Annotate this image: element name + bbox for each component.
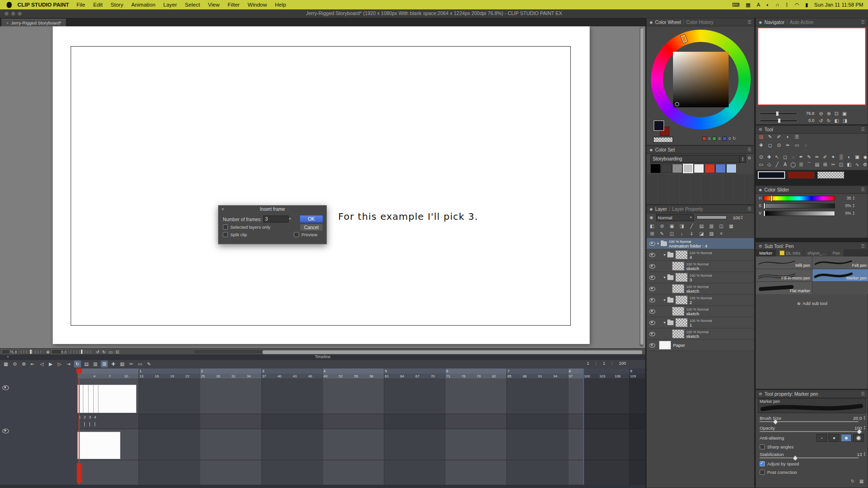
transparent-color-icon[interactable]: ▨	[758, 134, 764, 140]
delete-layer-icon[interactable]: ×	[718, 230, 725, 237]
app-name-menu[interactable]: CLIP STUDIO PAINT	[17, 2, 69, 8]
line-tool-icon[interactable]: ╱	[774, 161, 780, 168]
document-tab[interactable]: × Jerry-Rigged Storyboard*	[1, 19, 66, 26]
menu-edit[interactable]: Edit	[93, 2, 103, 8]
channel-slider-bar[interactable]	[763, 203, 835, 208]
canvas-page[interactable]: For this example I'll pick 3.	[53, 26, 590, 344]
tab-layer-property[interactable]: Layer Property	[672, 207, 703, 212]
color-swatch[interactable]	[726, 164, 737, 173]
lasso-tool-icon[interactable]: ◌	[790, 154, 796, 160]
cancel-button[interactable]: Cancel	[300, 224, 323, 231]
timeline-track-area[interactable]: 1234	[0, 378, 645, 485]
main-color-swatch[interactable]	[654, 121, 664, 130]
zoom-slider[interactable]	[21, 350, 43, 353]
stepper-down-icon[interactable]: ▾	[853, 206, 854, 208]
menu-view[interactable]: View	[208, 2, 220, 8]
brush-slot-icon[interactable]: ◐	[785, 134, 791, 140]
opacity-slider[interactable]	[760, 431, 859, 432]
layer-visibility-eye-icon[interactable]	[649, 264, 656, 269]
subtool-item[interactable]: Felt pen	[812, 256, 868, 269]
sketch-layer-clip[interactable]	[77, 432, 121, 459]
checkbox-box[interactable]	[760, 461, 765, 466]
zoom-tool-icon[interactable]: ⊙	[758, 154, 764, 160]
track-visibility-eye-icon[interactable]	[2, 429, 9, 433]
timeline-seconds-ruler[interactable]: 123456789	[0, 368, 645, 374]
expand-arrow-icon[interactable]: ▾	[657, 241, 659, 246]
menu-select[interactable]: Select	[185, 2, 200, 8]
rotate-left-icon[interactable]: ↺	[819, 118, 823, 123]
menu-window[interactable]: Window	[248, 2, 267, 8]
stabilization-value[interactable]: 13	[857, 452, 862, 457]
fill-tool-icon[interactable]: ▣	[854, 154, 860, 160]
tab-color-slider[interactable]: Color Slider	[764, 187, 789, 192]
zoom-out-icon[interactable]: ⊖	[819, 111, 823, 116]
split-clip-icon[interactable]: ✂	[128, 360, 135, 368]
stepper-down-icon[interactable]: ▾	[853, 213, 854, 216]
display-icon[interactable]: ◐	[766, 2, 770, 8]
menu-animation[interactable]: Animation	[131, 2, 155, 8]
split-clip-checkbox[interactable]: Split clip	[223, 232, 247, 237]
stepper-down-icon[interactable]: ▾	[853, 198, 854, 200]
tab-auto-action[interactable]: Auto Action	[790, 20, 814, 25]
onion-skin-next-icon[interactable]: ▥	[92, 360, 99, 368]
slider-thumb[interactable]	[776, 112, 779, 116]
color-swatch[interactable]	[672, 164, 682, 173]
panel-menu-icon[interactable]: ☰	[861, 392, 865, 396]
zoom-in-icon[interactable]: ⊕	[827, 111, 830, 116]
new-vector-layer-icon[interactable]: ✎	[658, 230, 665, 237]
zoom-in-icon[interactable]: ⊕	[20, 360, 27, 368]
frame-mode-icon[interactable]: ▭	[137, 360, 144, 368]
anti-aliasing-middle-button[interactable]	[841, 434, 852, 442]
checkbox-box[interactable]	[760, 444, 765, 449]
canvas-horizontal-scrollbar[interactable]	[194, 350, 642, 353]
slider-marker[interactable]	[764, 211, 765, 216]
animation-folder-clip[interactable]	[77, 384, 137, 413]
checkbox-box[interactable]	[223, 232, 228, 237]
tab-color-history[interactable]: Color History	[686, 20, 714, 25]
layer-visibility-eye-icon[interactable]	[649, 287, 656, 291]
edit-color-set-icon[interactable]: ⚙	[747, 156, 751, 160]
playback-end-value[interactable]: 100	[612, 361, 633, 366]
brush-stroke-preview[interactable]: Marker pen	[758, 398, 866, 413]
zoom-in-icon[interactable]: ⊕	[46, 350, 50, 354]
saturation-value-cursor[interactable]	[675, 102, 679, 106]
main-color-chip[interactable]	[758, 171, 785, 179]
current-frame-value[interactable]: 1	[580, 361, 596, 366]
headphones-icon[interactable]: ∩	[776, 2, 779, 8]
adjust-by-speed-checkbox[interactable]: Adjust by speed	[760, 461, 799, 466]
reset-all-settings-icon[interactable]: ↻	[851, 479, 854, 484]
navigator-rotation-slider[interactable]	[760, 120, 797, 122]
keyboard-icon[interactable]: ⌨	[732, 2, 739, 8]
layer-opacity-value[interactable]: 100	[729, 215, 740, 220]
frame-border-tool-icon[interactable]: ☰	[798, 161, 804, 168]
panel-menu-icon[interactable]: ☰	[747, 20, 751, 24]
register-settings-icon[interactable]: ▦	[860, 479, 864, 484]
pencil-slot-icon[interactable]: ✏	[785, 142, 791, 148]
liquify-tool-icon[interactable]: ∿	[854, 161, 860, 168]
blend-mode-select[interactable]: Normal ▾	[656, 214, 694, 221]
anti-aliasing-weak-button[interactable]	[828, 434, 839, 442]
subtool-tab-dl-inks[interactable]: DL Inks	[776, 249, 803, 256]
go-to-end-icon[interactable]: ⇥	[65, 360, 72, 368]
onion-skin-icon[interactable]: ▤	[698, 223, 705, 229]
tab-close-icon[interactable]: ×	[6, 21, 8, 25]
pencil-tool-icon[interactable]: ✏	[814, 154, 820, 160]
blend-tool-icon[interactable]: ◐	[846, 154, 852, 160]
actual-size-icon[interactable]: ▣	[842, 111, 846, 116]
anti-aliasing-none-button[interactable]	[816, 434, 827, 442]
color-set-empty-grid[interactable]	[647, 174, 754, 204]
eyedropper-tool-icon[interactable]: ✒	[798, 154, 804, 160]
panel-menu-icon[interactable]: ☰	[861, 244, 865, 248]
layer-row[interactable]: ▾100 % Normal2	[647, 295, 754, 306]
mission-control-icon[interactable]: ▦	[746, 2, 750, 8]
layer-visibility-eye-icon[interactable]	[649, 344, 656, 348]
navigator-zoom-slider[interactable]	[760, 112, 797, 115]
slider-marker[interactable]	[771, 196, 772, 201]
layer-visibility-eye-icon[interactable]	[649, 310, 656, 314]
edit-timeline-icon[interactable]: ✎	[146, 360, 153, 368]
channel-stepper[interactable]: ▴▾	[853, 196, 854, 200]
brush-tool-icon[interactable]: ✐	[822, 154, 828, 160]
saturation-value-square[interactable]	[673, 52, 729, 107]
transfer-down-icon[interactable]: ↓	[678, 230, 685, 237]
panel-menu-icon[interactable]: ☰	[747, 207, 751, 211]
